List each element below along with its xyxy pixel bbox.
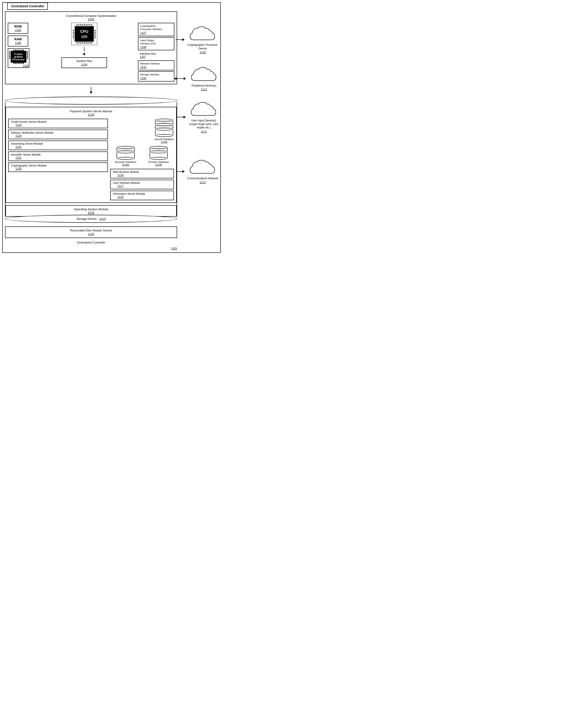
cpu-left-dots <box>73 30 74 38</box>
accesser-db: Accesser Database 1119a <box>110 146 141 166</box>
cloud-comms-network: Communications Network 1113 <box>186 159 220 184</box>
cloud-crypto-text: Cryptographic Processor Device 1128 <box>186 43 220 54</box>
module-information-server: Information Server Module 1116 <box>110 191 174 200</box>
conv-computer-box: Conventional Computer Systemization 1102… <box>5 11 177 84</box>
dot <box>27 58 28 59</box>
bottom-ref: 1101 <box>5 247 177 250</box>
anonid-db: anonID Database 1119c <box>154 119 174 143</box>
storage-device-label: Storage Device 1114 <box>5 215 177 220</box>
provider-db-label: Provider Database 1119b <box>143 161 174 166</box>
module-cryptographic: Cryptographic Server Module 1120 <box>8 162 108 172</box>
cpu-bottom-dots <box>73 42 95 44</box>
module-delivery-verification: Delivery Verification Server Module 1123 <box>8 130 108 139</box>
ram-ref: 1106 <box>10 42 26 45</box>
cloud-comms-text: Communications Network 1113 <box>186 177 219 184</box>
interface-bus-label: Interface Bus 1107 <box>138 51 174 59</box>
db-row: Accesser Database 1119a <box>110 146 174 166</box>
cloud-shape-4 <box>188 159 217 177</box>
main-layout: Conventional Computer Systemization 1102… <box>5 11 218 250</box>
iface-box-io: Input OutputInterface (I/O) 1108 <box>138 37 174 51</box>
left-column: Conventional Computer Systemization 1102… <box>5 11 177 250</box>
cloud-peripheral-text: Peripheral Device(s) 1112 <box>191 84 218 92</box>
cpu-area: CPU 1103 <box>32 23 136 68</box>
dot <box>9 53 10 54</box>
module-web-browser: Web Browser Module 1118 <box>110 169 174 178</box>
rom-label: ROM <box>10 25 26 28</box>
module-anonyfier: anonyfier Server Module 1121 <box>8 152 108 161</box>
cpu-right-dots <box>94 30 95 38</box>
dot <box>23 63 24 64</box>
crypto-processor-device-row: Cryptographic Processor Device 1128 <box>175 25 220 54</box>
dot <box>18 63 19 64</box>
anonid-db-label: anonID Database 1119c <box>154 138 174 143</box>
dot <box>17 63 18 64</box>
bottom-label: Centralized Controller <box>5 241 177 244</box>
iface-box-crypto-proc: CryptographicProcessor Interface 1127 <box>138 23 174 36</box>
page-outer: Centralized Controller Conventional Comp… <box>2 2 221 253</box>
cloud-shape <box>188 25 217 43</box>
dot <box>9 56 10 57</box>
cloud-crypto-processor-device: Cryptographic Processor Device 1128 <box>186 25 220 54</box>
arrow-down-1 <box>5 87 177 94</box>
storage-top-ellipse <box>5 97 177 105</box>
crypto-side-dots-right <box>26 51 28 63</box>
user-input-device-row: User Input Device(s) (crypto finger prin… <box>174 101 221 133</box>
iface-box-network: Network Interface 1110 <box>138 60 174 70</box>
payment-system-container: Payment System Server Module 1125 Credit… <box>5 107 177 203</box>
cpu-black-box: CPU 1103 <box>75 26 94 42</box>
dot <box>20 63 21 64</box>
storage-bot-ellipse: Storage Device 1114 <box>5 215 177 223</box>
cpu-middle-row: CPU 1103 <box>73 26 95 42</box>
cpu-top-dots <box>73 24 95 26</box>
module-advertising: Advertising Server Module 1122 <box>8 140 108 150</box>
crypto-dots-bot <box>9 63 28 64</box>
dot <box>9 51 10 52</box>
dot <box>9 54 10 56</box>
crypto-left-wrapper: Crypto- graphic Processor <box>8 48 29 68</box>
payment-title: Payment System Server Module 1125 <box>8 109 174 116</box>
crypto-left-label: Crypto- graphic Processor <box>11 51 26 63</box>
dot <box>9 58 10 59</box>
dot <box>27 51 28 52</box>
storage-system-wrapper: Payment System Server Module 1125 Credit… <box>5 97 177 223</box>
ram-box: RAM 1106 <box>8 35 28 47</box>
system-bus-box: System Bus 1104 <box>61 57 107 68</box>
page-title: Centralized Controller <box>11 4 44 8</box>
dot <box>15 63 16 64</box>
conv-computer-inner: ROM 1105 RAM 1106 <box>8 23 174 82</box>
right-column: Cryptographic Processor Device 1128 <box>177 11 218 250</box>
dot <box>13 63 15 64</box>
storage-sides: Payment System Server Module 1125 Credit… <box>5 102 177 217</box>
cloud-shape-3 <box>189 101 219 119</box>
crypto-dots-top <box>9 49 28 51</box>
crypto-side-dots-left <box>9 51 11 63</box>
cloud-peripheral-device: Peripheral Device(s) 1112 <box>187 66 221 92</box>
dot <box>27 53 28 54</box>
payment-right: anonID Database 1119c <box>110 119 174 200</box>
payment-left-modules: Credit Auction Server Module 1124 Delive… <box>8 119 108 200</box>
cloud-user-input-text: User Input Device(s) (crypto finger prin… <box>187 119 221 133</box>
interface-column: CryptographicProcessor Interface 1127 In… <box>138 23 174 82</box>
crypto-left-ref: 1126 <box>9 64 28 67</box>
payment-inner: Credit Auction Server Module 1124 Delive… <box>8 119 174 200</box>
cloud-shape-2 <box>189 66 219 84</box>
iface-box-storage: Storage Interface 1109 <box>138 71 174 81</box>
cpu-chip: CPU 1103 <box>71 23 97 45</box>
rom-box: ROM 1105 <box>8 23 28 34</box>
anonid-db-wrapper: anonID Database 1119c <box>110 119 174 143</box>
comms-network-row: Communications Network 1113 <box>175 159 220 184</box>
conv-computer-title: Conventional Computer Systemization 1102 <box>8 14 174 21</box>
memory-column: ROM 1105 RAM 1106 <box>8 23 30 68</box>
dot <box>27 56 28 57</box>
arrowhead-down <box>83 53 86 56</box>
rom-ref: 1105 <box>10 29 26 32</box>
page-title-box: Centralized Controller <box>7 2 48 10</box>
os-module-label: Operating System Module 1115 <box>8 208 174 214</box>
provider-db: Provider Database 1119b <box>143 146 174 166</box>
removable-disc-box: Removable Disc Reader Device 1126 <box>5 227 177 238</box>
module-user-interface: User Interface Module 1117 <box>110 180 174 189</box>
module-credit-auction: Credit Auction Server Module 1124 <box>8 119 108 128</box>
arrow-down-cpu <box>84 47 84 51</box>
peripheral-device-row: Peripheral Device(s) 1112 <box>174 66 221 92</box>
crypto-left-inner-row: Crypto- graphic Processor <box>9 51 28 63</box>
